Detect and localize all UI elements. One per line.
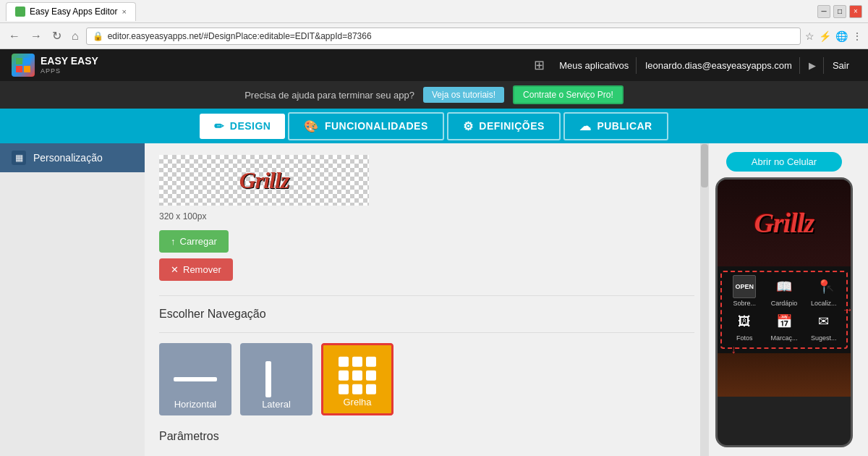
fotos-icon: 🖼 [733,310,756,333]
tab-close-button[interactable]: × [122,7,126,16]
app-header: EASY EASY APPS ⊞ Meus aplicativos leonar… [0,49,868,81]
nav-item-sobre[interactable]: OPEN Sobre... [726,275,762,307]
marcacao-icon: 📅 [773,310,796,333]
horizontal-bar-icon [174,377,217,381]
refresh-button[interactable]: ↻ [49,28,64,44]
section-divider-2 [159,332,694,333]
logo-sub: APPS [41,67,98,75]
phone-frame: Grillz → OPEN Sobre... [715,177,853,447]
nav-item-marcacao[interactable]: 📅 Marcaç... [766,310,802,342]
remove-button[interactable]: ✕ Remover [159,258,233,281]
browser-tab[interactable]: Easy Easy Apps Editor × [6,2,136,21]
design-tabs: ✏ DESIGN 🎨 FUNCIONALIDADES ⚙ DEFINIÇÕES … [0,109,868,143]
header-nav: ⊞ Meus aplicativos leonardo.dias@easyeas… [534,57,856,74]
lateral-bar-icon [265,361,271,397]
nav-item-sugestao[interactable]: ✉ Sugest... [806,310,842,342]
marcacao-label: Marcaç... [770,334,797,342]
minimize-button[interactable]: ─ [817,5,830,18]
home-button[interactable]: ⌂ [69,28,82,44]
address-bar[interactable]: 🔒 editor.easyeasyapps.net/#DesignPlace:e… [86,28,801,45]
url-text: editor.easyeasyapps.net/#DesignPlace:edi… [108,31,372,41]
app-logo: EASY EASY APPS [12,54,98,77]
food-bg [718,353,851,397]
login-icon: ▶ [801,57,824,74]
logo-text-block: EASY EASY APPS [41,56,98,74]
pro-button[interactable]: Contrate o Serviço Pro! [513,85,624,104]
svg-rect-3 [24,66,30,72]
upload-icon: ↑ [171,236,176,247]
grid-dots-icon [339,357,376,394]
lateral-label: Lateral [262,399,291,410]
open-mobile-button[interactable]: Abrir no Celular [726,152,842,172]
nav-section-title: Escolher Navegação [159,308,694,321]
remove-label: Remover [183,264,221,275]
extensions-icon[interactable]: ⚡ [819,30,831,42]
browser-titlebar: Easy Easy Apps Editor × ─ □ × [0,0,868,23]
phone-nav-grid: → OPEN Sobre... 📖 Cardápio [718,266,851,353]
nav-item-cardapio[interactable]: 📖 Cardápio [766,275,802,307]
upload-button[interactable]: ↑ Carregar [159,230,229,253]
nav-row-1: OPEN Sobre... 📖 Cardápio 📍 Localiz... [725,275,843,307]
nav-option-grelha[interactable]: Grelha [321,343,393,415]
grelha-label: Grelha [343,397,371,408]
translate-icon[interactable]: 🌐 [835,30,848,42]
tab-title: Easy Easy Apps Editor [30,7,117,17]
remove-icon: ✕ [171,264,179,275]
maximize-button[interactable]: □ [833,5,846,18]
my-apps-link[interactable]: Meus aplicativos [552,57,637,74]
svg-rect-0 [16,58,22,64]
forward-button[interactable]: → [27,28,45,44]
nav-option-horizontal[interactable]: Horizontal [159,343,231,415]
tab-publicar[interactable]: ☁ PUBLICAR [563,112,668,140]
notification-bar: Precisa de ajuda para terminar seu app? … [0,81,868,109]
design-tab-label: DESIGN [230,120,271,132]
arrow-down-icon: ↓ [731,343,736,356]
nav-item-localizacao[interactable]: 📍 Localiz... ↖ [806,275,842,307]
personalizacao-icon: ▦ [12,151,26,165]
sidebar-item-label: Personalização [33,152,103,164]
tab-definicoes[interactable]: ⚙ DEFINIÇÕES [447,112,561,140]
scroll-thumb[interactable] [701,144,708,187]
svg-rect-1 [24,58,30,64]
browser-topbar: ← → ↻ ⌂ 🔒 editor.easyeasyapps.net/#Desig… [0,23,868,49]
horizontal-label: Horizontal [174,399,217,410]
nav-item-fotos[interactable]: 🖼 Fotos [726,310,762,342]
scroll-track[interactable] [700,143,709,456]
pub-tab-icon: ☁ [579,119,592,133]
tab-favicon [15,7,25,17]
phone-logo-text: Grillz [754,207,814,239]
editor-area: Grillz 320 x 100px ↑ Carregar ✕ Remover … [145,143,709,456]
tab-design[interactable]: ✏ DESIGN [200,114,285,139]
browser-actions: ☆ ⚡ 🌐 ⋮ [805,30,862,42]
sugestao-label: Sugest... [811,334,837,342]
back-button[interactable]: ← [6,28,23,44]
def-tab-icon: ⚙ [463,119,474,133]
sidebar-item-personalizacao[interactable]: ▦ Personalização [0,143,145,172]
bookmark-icon[interactable]: ☆ [805,30,814,42]
logo-preview-text: Grillz [239,167,289,194]
upload-label: Carregar [180,236,217,247]
tab-funcionalidades[interactable]: 🎨 FUNCIONALIDADES [288,112,443,140]
nav-options: Horizontal Lateral Grelha [159,343,694,415]
pub-tab-label: PUBLICAR [597,120,652,132]
nav-row-2: 🖼 Fotos 📅 Marcaç... ✉ Sugest... [725,310,843,342]
menu-icon[interactable]: ⋮ [852,30,862,42]
localizacao-label: Localiz... [811,300,837,307]
signout-button[interactable]: Sair [825,57,856,74]
phone-preview: Abrir no Celular Grillz → OPEN [709,143,868,456]
sidebar: ▦ Personalização [0,143,145,456]
cardapio-icon: 📖 [773,275,796,298]
close-window-button[interactable]: × [849,5,862,18]
section-divider-1 [159,295,694,296]
func-tab-label: FUNCIONALIDADES [325,120,428,132]
logo-icon [12,54,35,77]
nav-option-lateral[interactable]: Lateral [240,343,312,415]
logo-dimensions: 320 x 100px [159,211,694,221]
main-content: ▦ Personalização Grillz 320 x 100px ↑ Ca… [0,143,868,456]
user-email: leonardo.dias@easyeasyapps.com [638,57,800,74]
logo-preview: Grillz [159,155,369,206]
tutorials-button[interactable]: Veja os tutoriais! [423,87,504,103]
sobre-icon: OPEN [733,275,756,298]
phone-screen: Grillz → OPEN Sobre... [718,180,851,397]
def-tab-label: DEFINIÇÕES [479,120,545,132]
